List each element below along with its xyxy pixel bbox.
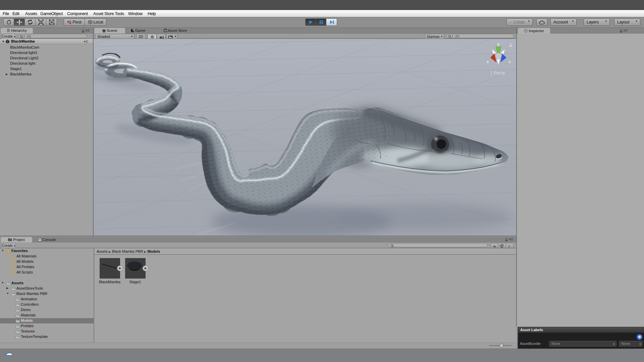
svg-text:z: z bbox=[509, 60, 511, 64]
svg-text:x: x bbox=[487, 60, 489, 64]
svg-text:y: y bbox=[497, 42, 500, 46]
svg-text:⟨: ⟨ bbox=[490, 70, 492, 75]
svg-text:Persp: Persp bbox=[494, 70, 505, 75]
